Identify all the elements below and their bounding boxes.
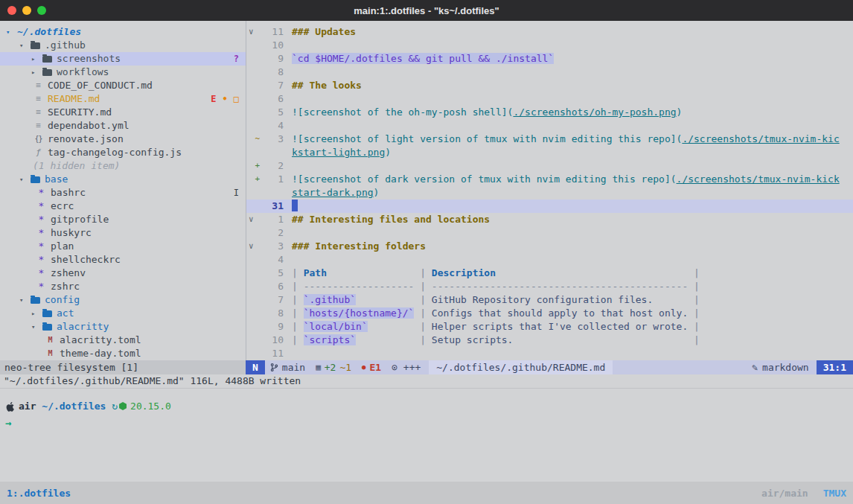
tree-file[interactable]: ≡dependabot.yml	[0, 119, 246, 133]
tree-file[interactable]: Malacritty.toml	[0, 334, 246, 347]
tree-file[interactable]: *bashrcI	[0, 186, 246, 200]
tree-folder[interactable]: ▸workflows	[0, 66, 246, 79]
tree-file[interactable]: *shellcheckrc	[0, 253, 246, 267]
tree-label: alacritty.toml	[60, 334, 141, 347]
chevron-icon[interactable]: ▸	[31, 66, 42, 79]
editor-line[interactable]: ∨11### Updates	[246, 25, 853, 39]
editor-line[interactable]: ∨3### Interesting folders	[246, 240, 853, 253]
line-segment: -------------------	[304, 281, 415, 292]
buffer-icon: ▦	[316, 360, 321, 374]
tree-folder[interactable]: ▸act	[0, 307, 246, 320]
line-number: 31	[261, 200, 284, 213]
git-status-marker: ?	[234, 52, 239, 66]
editor-line[interactable]: 7## The looks	[246, 79, 853, 92]
gutter-marker: +	[246, 173, 261, 186]
tree-folder[interactable]: ▾base	[0, 173, 246, 186]
line-segment: Helper scripts that I've collected or wr…	[432, 321, 688, 332]
tree-file[interactable]: *huskyrc	[0, 226, 246, 240]
minimize-button[interactable]	[22, 6, 31, 15]
chevron-icon[interactable]: ▾	[6, 25, 17, 39]
tree-file[interactable]: ƒtag-changelog-config.js	[0, 146, 246, 159]
editor-line[interactable]: 8	[246, 66, 853, 79]
editor-line[interactable]: +2	[246, 159, 853, 173]
tree-label: theme-day.toml	[60, 347, 141, 360]
sh-file-icon: *	[36, 226, 47, 240]
line-segment: `.github`	[304, 294, 356, 305]
tmux-session-name: air/main	[761, 488, 808, 499]
editor-pane[interactable]: ∨11### Updates109`cd $HOME/.dotfiles && …	[246, 21, 853, 360]
chevron-icon[interactable]: ▸	[31, 307, 42, 320]
editor-line[interactable]: +1![screenshot of dark version of tmux w…	[246, 173, 853, 186]
editor-line[interactable]: 7| `.github` | GitHub Repository configu…	[246, 293, 853, 307]
tree-file[interactable]: Mtheme-day.toml	[0, 347, 246, 360]
line-segment: ![screenshot of light version of tmux wi…	[292, 133, 682, 144]
editor-line[interactable]: 6| ------------------- | ---------------…	[246, 280, 853, 293]
line-segment: |	[356, 294, 432, 305]
tree-folder[interactable]: ▾.github	[0, 39, 246, 52]
editor-line[interactable]: 4	[246, 253, 853, 267]
tmux-window-item[interactable]: 1:.dotfiles	[7, 488, 71, 499]
editor-line[interactable]: 10	[246, 39, 853, 52]
gutter-marker	[246, 39, 261, 52]
tree-label: workflows	[57, 66, 109, 79]
tree-file[interactable]: *zshenv	[0, 267, 246, 280]
filetype-label: markdown	[762, 360, 809, 374]
editor-line[interactable]: 10| `scripts` | Setup scripts. |	[246, 334, 853, 347]
status-flags: ⊙ +++	[386, 360, 426, 374]
tmux-label: TMUX	[823, 488, 846, 499]
editor-line[interactable]: 4	[246, 119, 853, 133]
chevron-icon[interactable]: ▾	[19, 39, 31, 52]
tree-file[interactable]: ≡SECURITY.md	[0, 106, 246, 119]
editor-lines: ∨11### Updates109`cd $HOME/.dotfiles && …	[246, 25, 853, 360]
neo-tree-panel[interactable]: ▾~/.dotfiles▾.github▸screenshots?▸workfl…	[0, 21, 246, 360]
chevron-icon[interactable]: ▾	[19, 173, 31, 186]
editor-line[interactable]: 9| `local/bin` | Helper scripts that I'v…	[246, 320, 853, 334]
tree-file[interactable]: *zshrc	[0, 280, 246, 293]
line-number: 1	[261, 213, 284, 226]
close-button[interactable]	[7, 6, 16, 15]
line-segment: ./screenshots/tmux-nvim-kick	[677, 173, 840, 185]
editor-line[interactable]: 31	[246, 200, 853, 213]
line-segment: |	[414, 281, 431, 292]
gutter-marker	[246, 200, 261, 213]
editor-line[interactable]: ∨1## Interesting files and locations	[246, 213, 853, 226]
diff-stats: ▦ +2 ~1	[310, 360, 357, 374]
editor-line[interactable]: 8| `hosts/{hostname}/` | Configs that sh…	[246, 307, 853, 320]
tree-folder[interactable]: ▾config	[0, 293, 246, 307]
editor-line[interactable]: 6	[246, 92, 853, 106]
sh-file-icon: *	[36, 186, 47, 200]
line-text: ## Interesting files and locations	[292, 213, 490, 226]
tree-file[interactable]: {}renovate.json	[0, 133, 246, 146]
gutter-marker	[246, 92, 261, 106]
editor-line[interactable]: 2	[246, 226, 853, 240]
editor-line[interactable]: start-dark.png)	[246, 186, 853, 200]
chevron-icon[interactable]: ▾	[31, 320, 42, 334]
chevron-icon[interactable]: ▾	[19, 293, 31, 307]
tree-folder[interactable]: ▸screenshots?	[0, 52, 246, 66]
tree-file[interactable]: *gitprofile	[0, 213, 246, 226]
editor-line[interactable]: kstart-light.png)	[246, 146, 853, 159]
tree-file[interactable]: ≡README.mdE•□	[0, 92, 246, 106]
editor-line[interactable]: ~3![screenshot of light version of tmux …	[246, 133, 853, 146]
tree-file[interactable]: *ecrc	[0, 200, 246, 213]
line-text: ### Updates	[292, 25, 356, 39]
tree-label: tag-changelog-config.js	[48, 146, 182, 159]
cursor	[292, 200, 298, 211]
chevron-icon[interactable]: ▸	[31, 52, 42, 66]
tree-folder[interactable]: ▾alacritty	[0, 320, 246, 334]
gutter-marker	[246, 106, 261, 119]
editor-line[interactable]: 5| Path | Description |	[246, 267, 853, 280]
status-line: N main ▦ +2 ~1 ● E1 ⊙ +++ ~/.dot	[246, 360, 853, 374]
editor-line[interactable]: 9`cd $HOME/.dotfiles && git pull && ./in…	[246, 52, 853, 66]
line-number: 4	[261, 253, 284, 267]
tree-file[interactable]: *plan	[0, 240, 246, 253]
editor-line[interactable]: 5![screenshot of the oh-my-posh shell](.…	[246, 106, 853, 119]
md-file-icon: ≡	[33, 106, 44, 119]
shell-pane[interactable]: air ~/.dotfiles ↻ 20.15.0 →	[0, 388, 853, 482]
tree-file[interactable]: ≡CODE_OF_CONDUCT.md	[0, 79, 246, 92]
tree-folder[interactable]: ▾~/.dotfiles	[0, 25, 246, 39]
line-number: 1	[261, 173, 284, 186]
editor-line[interactable]: 11	[246, 347, 853, 360]
zoom-button[interactable]	[37, 6, 46, 15]
line-segment: |	[496, 267, 700, 278]
